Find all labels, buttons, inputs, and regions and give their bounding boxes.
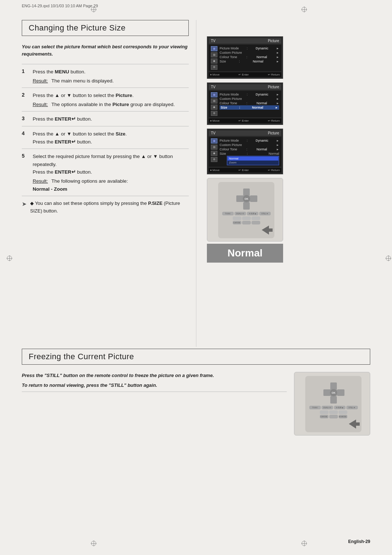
remote-1-dpad: OK <box>236 189 257 210</box>
tv-menu2-arrow-2: ► <box>276 97 279 101</box>
tv-icon-3-4: ⚙ <box>211 157 217 162</box>
tv-menu2-row-4: Size : Normal ► <box>220 105 279 110</box>
step-2-result-label: Result: <box>33 102 48 107</box>
note-bullet: ◆ <box>30 200 34 206</box>
tv-menu3-arrow-1: ► <box>276 139 279 142</box>
tv-menu2-arrow-3: ► <box>276 102 279 105</box>
tv-icon-3-2: ▤ <box>211 145 217 150</box>
tv-icon-2-1: ▦ <box>211 92 217 97</box>
tv-menu-sep-3: : <box>246 55 248 59</box>
tv-menu-value-4: Normal <box>253 60 263 63</box>
tv-menu-row-3: Colour Tone : Normal ► <box>220 55 279 59</box>
step-5: 5 Select the required picture format by … <box>22 149 189 196</box>
page-container: ENG-14-29.qxd 10/1/03 10:10 AM Page 29 C… <box>0 0 392 555</box>
psize-arrow-1 <box>262 226 273 235</box>
tv-menu2-label-2: Custom Picture <box>220 97 242 101</box>
tv-icon-3: ◉ <box>211 58 217 64</box>
tv-panel-1-header: TV Picture <box>209 38 281 44</box>
tv-menu-arrow-1: ► <box>276 47 279 50</box>
section2-left: Press the "STILL" button on the remote c… <box>22 372 287 436</box>
tv-menu-sep-1: : <box>247 46 248 50</box>
tv-bottom-enter-2: ↵ Enter <box>238 119 249 122</box>
step-4-bold: Size <box>116 131 126 137</box>
svg-marker-0 <box>262 226 273 235</box>
tv-bottom-return-3: ↩ Return <box>268 169 280 172</box>
section1-title: Changing the Picture Size <box>22 20 189 36</box>
section2-divider <box>22 392 287 392</box>
tv-panel-3-inner: ▦ ▤ ◉ ⚙ Picture Mode : Dynamic ► Custom … <box>209 137 281 167</box>
tv-menu3-label-3: Colour Tone <box>220 147 237 151</box>
remote-2-body: OK TV/AX DUAL-I-II A-SUB ■ STILL▼ <box>305 376 362 432</box>
step-3: 3 Press the ENTER↵ button. <box>22 111 189 126</box>
tv-menu-row-1: Picture Mode : Dynamic ► <box>220 46 279 50</box>
tv-panel-2-bottom: ♦ Move ↵ Enter ↩ Return <box>209 118 281 123</box>
tv-panel-3-header: TV Picture <box>209 130 281 136</box>
tv-bottom-move-3: ♦ Move <box>210 169 220 172</box>
tv-panel-2-header: TV Picture <box>209 84 281 90</box>
remote-2-center-btn: OK <box>329 388 338 397</box>
note-bold: P.SIZE <box>148 200 163 206</box>
tv-menu2-label-4: Size <box>221 106 227 109</box>
file-header: ENG-14-29.qxd 10/1/03 10:10 AM Page 29 <box>22 4 98 8</box>
tv-panel-2-label: TV <box>211 85 216 89</box>
tv-menu-sep-4: : <box>239 60 240 63</box>
tv-menu3-value-1: Dynamic <box>256 139 268 142</box>
step-2-result-bold: Picture <box>113 102 129 107</box>
tv-menu-arrow-2: ► <box>276 51 279 54</box>
note-block: ➤ ◆ You can also set these options simpl… <box>22 196 189 219</box>
tv-panels-container: TV Picture ▦ ▤ ◉ ⚙ Picture Mode : Dynami… <box>207 36 287 263</box>
step-4-num: 4 <box>22 130 28 136</box>
step-1-result-label: Result: <box>33 78 48 84</box>
step-1-bold: MENU <box>55 69 69 74</box>
tv-panel-2-label-right: Picture <box>268 85 279 89</box>
tv-panel-3-label: TV <box>211 131 216 135</box>
step-4: 4 Press the ▲ or ▼ button to select the … <box>22 126 189 149</box>
step-4-bold2: ENTER↵ <box>55 139 76 145</box>
tv-panel-3-icons: ▦ ▤ ◉ ⚙ <box>211 138 217 165</box>
tv-menu-value-1: Dynamic <box>256 46 268 50</box>
svg-marker-1 <box>349 420 360 429</box>
tv-menu2-sep-3: : <box>246 101 248 105</box>
tv-menu2-row-1: Picture Mode : Dynamic ► <box>220 92 279 97</box>
tv-menu2-row-3: Colour Tone : Normal ► <box>220 101 279 105</box>
section2-title: Freezing the Current Picture <box>22 349 370 365</box>
step-5-bold: ENTER↵ <box>55 169 76 175</box>
step-1: 1 Press the MENU button. Result: The mai… <box>22 64 189 88</box>
section2-intro2: To return to normal viewing, press the "… <box>22 382 287 388</box>
tv-menu-row-4: Size : Normal ► <box>220 59 279 64</box>
tv-menu3-value-3: Normal <box>257 147 267 151</box>
tv-menu2-arrow-4: ► <box>275 106 278 109</box>
tv-icon-1: ▦ <box>211 46 217 51</box>
note-arrow-icon: ➤ <box>22 200 26 207</box>
tv-icon-2-3: ◉ <box>211 105 217 110</box>
tv-bottom-return-2: ↩ Return <box>268 119 280 122</box>
tv-panel-1-label: TV <box>211 39 216 43</box>
step-2-bold: Picture <box>116 93 132 98</box>
step-3-num: 3 <box>22 115 28 121</box>
tv-menu2-sep-4: : <box>239 106 240 109</box>
tv-menu3-row-2: Custom Picture ► <box>220 143 279 147</box>
tv-menu-label-1: Picture Mode <box>220 46 239 50</box>
step-2-num: 2 <box>22 92 28 98</box>
remote-1-btn-area: TV/AX DUAL-I-II A-SUB ■ STILL▼ S.MODE <box>222 212 271 224</box>
tv-menu2-value-3: Normal <box>257 101 267 105</box>
tv-bottom-return-1: ↩ Return <box>268 73 280 76</box>
note-content: ◆ You can also set these options simply … <box>30 200 189 215</box>
step-1-content: Press the MENU button. Result: The main … <box>33 68 189 85</box>
normal-banner: Normal <box>207 244 283 263</box>
section1-left: Changing the Picture Size You can select… <box>22 20 189 219</box>
tv-menu-label-3: Colour Tone <box>220 55 237 59</box>
tv-panel-1-inner: ▦ ▤ ◉ ⚙ Picture Mode : Dynamic ► Custom … <box>209 45 281 71</box>
remote-1-row-2 <box>222 216 271 220</box>
step-1-num: 1 <box>22 68 28 74</box>
dropdown-item-normal: Normal <box>228 157 278 161</box>
dropdown-item-zoom: Zoom <box>228 161 278 165</box>
tv-menu-arrow-4: ► <box>276 60 279 63</box>
section2-content: Press the "STILL" button on the remote c… <box>22 372 370 436</box>
tv-menu-label-2: Custom Picture <box>220 51 242 54</box>
step-5-result-bold: Normal - Zoom <box>33 186 67 192</box>
step-5-content: Select the required picture format by pr… <box>33 153 189 193</box>
section2: Freezing the Current Picture Press the "… <box>22 349 370 436</box>
step-2-result: Result: The options available in the Pic… <box>33 101 189 109</box>
remote-2-container: OK TV/AX DUAL-I-II A-SUB ■ STILL▼ <box>294 372 370 436</box>
